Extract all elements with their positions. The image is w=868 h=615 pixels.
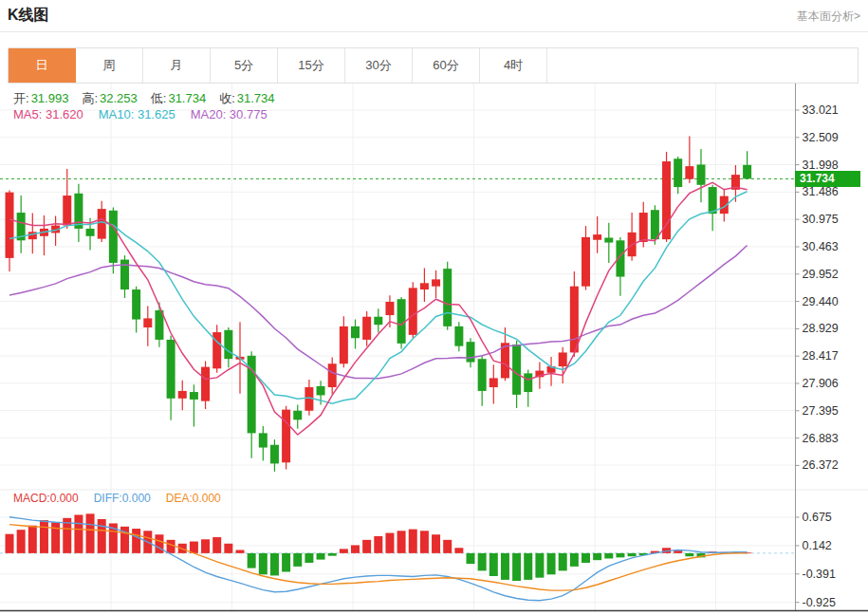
candlestick-layer <box>6 137 752 472</box>
fundamental-analysis-link[interactable]: 基本面分析> <box>797 9 860 25</box>
low-value: 31.734 <box>168 91 206 105</box>
tab-period-1[interactable]: 周 <box>76 48 143 83</box>
svg-text:26.372: 26.372 <box>803 458 839 472</box>
title-divider <box>0 31 868 32</box>
diff-value-legend: DIFF:0.000 <box>94 492 151 505</box>
ma5-line <box>9 182 748 435</box>
low-label: 低: <box>151 91 167 105</box>
period-tabbar: 日周月5分15分30分60分4时 <box>8 47 859 84</box>
svg-text:26.883: 26.883 <box>803 432 839 445</box>
high-value: 32.253 <box>100 91 138 105</box>
close-label: 收: <box>219 91 235 105</box>
kline-app: K线图 基本面分析> 日周月5分15分30分60分4时 33.02132.509… <box>0 0 868 615</box>
ohlc-readout: 开:31.993高:32.253低:31.734收:31.734 <box>13 90 288 107</box>
macd-value-legend: MACD:0.000 <box>13 492 79 505</box>
ma10-legend: MA10: 31.625 <box>99 107 175 121</box>
open-label: 开: <box>13 91 29 105</box>
svg-text:29.952: 29.952 <box>803 268 839 281</box>
ma20-legend: MA20: 30.775 <box>191 107 268 121</box>
close-value: 31.734 <box>237 91 275 105</box>
svg-text:-0.925: -0.925 <box>803 596 836 609</box>
svg-text:0.142: 0.142 <box>803 539 832 552</box>
svg-text:32.509: 32.509 <box>803 131 839 144</box>
tab-period-4[interactable]: 15分 <box>278 48 345 83</box>
ma10-line <box>9 192 748 403</box>
tab-period-2[interactable]: 月 <box>143 48 211 83</box>
page-title: K线图 <box>8 6 49 26</box>
svg-text:-0.391: -0.391 <box>803 568 836 581</box>
high-label: 高: <box>82 91 98 105</box>
tab-period-6[interactable]: 60分 <box>413 48 480 83</box>
svg-text:31.998: 31.998 <box>803 158 839 172</box>
svg-text:33.021: 33.021 <box>803 103 839 117</box>
diff-line <box>9 517 748 601</box>
ma5-legend: MA5: 31.620 <box>13 107 83 121</box>
svg-text:31.486: 31.486 <box>803 185 839 198</box>
svg-text:0.675: 0.675 <box>803 511 832 524</box>
open-value: 31.993 <box>31 91 69 105</box>
svg-text:30.463: 30.463 <box>803 240 839 253</box>
kline-chart[interactable]: 33.02132.50931.99831.48630.97530.46329.9… <box>0 84 868 615</box>
svg-text:28.417: 28.417 <box>803 349 839 363</box>
ma-legend: MA5: 31.620MA10: 31.625MA20: 30.775 <box>13 107 283 121</box>
svg-text:29.440: 29.440 <box>803 295 839 308</box>
tab-period-3[interactable]: 5分 <box>211 48 278 83</box>
tab-period-5[interactable]: 30分 <box>345 48 413 83</box>
dea-value-legend: DEA:0.000 <box>166 492 221 505</box>
svg-text:30.975: 30.975 <box>803 213 839 226</box>
svg-text:27.906: 27.906 <box>803 377 839 390</box>
svg-text:27.395: 27.395 <box>803 404 839 418</box>
macd-legend: MACD:0.000DIFF:0.000DEA:0.000 <box>13 492 236 505</box>
tab-period-7[interactable]: 4时 <box>480 48 547 83</box>
tab-period-0[interactable]: 日 <box>9 48 76 83</box>
current-price-badge: 31.734 <box>795 171 860 187</box>
svg-text:28.929: 28.929 <box>803 322 839 335</box>
